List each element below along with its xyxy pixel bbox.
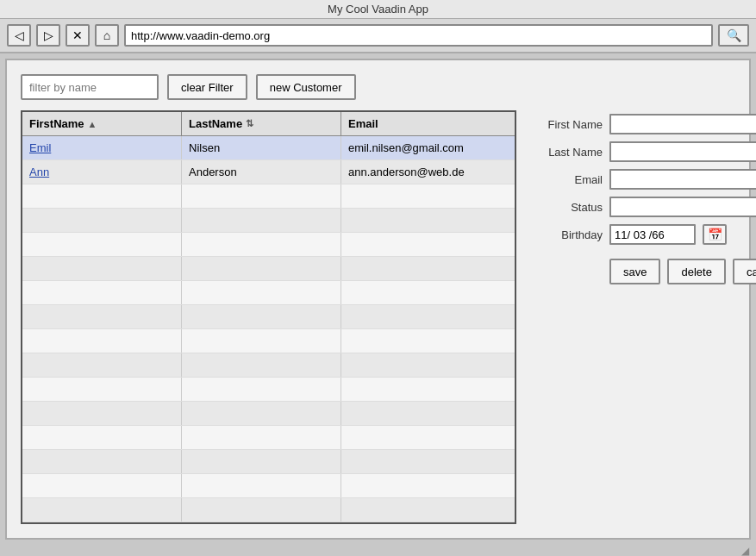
resize-icon: ◢ [741,545,749,556]
home-button[interactable]: ⌂ [95,24,119,47]
form-row-status: Status [534,197,756,217]
cell-firstname[interactable]: Emil [22,136,182,159]
table-row [22,281,515,305]
firstname-link[interactable]: Emil [29,141,51,154]
table-row [22,426,515,450]
filter-input[interactable] [21,74,159,100]
table-row[interactable]: Ann Anderson ann.anderson@web.de [22,160,515,184]
cancel-button[interactable]: cancel [733,259,756,284]
cell-email: ann.anderson@web.de [341,160,515,184]
email-field[interactable] [609,169,756,190]
stop-button[interactable]: ✕ [66,24,90,47]
birthday-label: Birthday [534,228,603,241]
table-row [22,450,515,474]
first-name-field[interactable] [609,114,756,134]
table-row [22,257,515,281]
col-lastname-label: LastName [189,117,242,130]
form-row-firstname: First Name [534,114,756,134]
table-row [22,353,515,378]
search-icon: 🔍 [727,28,741,42]
col-firstname-label: FirstName [29,117,84,130]
form-row-lastname: Last Name [534,141,756,162]
cell-lastname: Nilsen [182,136,341,159]
status-label: Status [534,201,603,214]
main-content: clear Filter new Customer FirstName ▲ La… [5,59,751,540]
calendar-button[interactable]: 📅 [703,224,727,245]
col-header-firstname[interactable]: FirstName ▲ [22,112,182,135]
form-buttons: save delete cancel [609,259,756,284]
delete-button[interactable]: delete [667,259,725,284]
form-row-email: Email [534,169,756,190]
table-row [22,209,515,233]
title-bar: My Cool Vaadin App [0,0,756,19]
status-bar: ◢ [0,545,756,556]
cell-email: emil.nilsen@gmail.com [341,136,515,159]
table-body: Emil Nilsen emil.nilsen@gmail.com Ann An… [22,136,515,522]
table-row [22,305,515,329]
table-row [22,402,515,426]
calendar-icon: 📅 [708,228,722,241]
table-row [22,498,515,522]
customer-table: FirstName ▲ LastName ⇅ Email Emil Nilse [21,110,516,524]
cell-firstname[interactable]: Ann [22,160,182,184]
toolbar: clear Filter new Customer [21,74,735,100]
table-row [22,233,515,257]
forward-icon: ▷ [44,28,53,42]
col-email-label: Email [348,117,378,130]
table-row[interactable]: Emil Nilsen emil.nilsen@gmail.com [22,136,515,160]
col-header-lastname[interactable]: LastName ⇅ [182,112,341,135]
customer-form: First Name Last Name Email Status Birthd… [534,110,756,524]
birthday-field[interactable] [609,224,696,245]
address-bar[interactable] [124,24,713,47]
home-icon: ⌂ [103,28,110,42]
email-label: Email [534,173,603,186]
cell-lastname: Anderson [182,160,341,184]
last-name-field[interactable] [609,141,756,162]
browser-search-button[interactable]: 🔍 [718,24,749,47]
table-row [22,378,515,402]
browser-chrome: ◁ ▷ ✕ ⌂ 🔍 [0,19,756,53]
table-row [22,329,515,353]
last-name-label: Last Name [534,146,603,159]
clear-filter-button[interactable]: clear Filter [167,74,247,100]
first-name-label: First Name [534,118,603,131]
content-area: FirstName ▲ LastName ⇅ Email Emil Nilse [21,110,735,524]
stop-icon: ✕ [72,28,83,42]
status-field[interactable] [609,197,756,217]
table-row [22,184,515,209]
window-title: My Cool Vaadin App [328,3,428,16]
forward-button[interactable]: ▷ [36,24,60,47]
col-header-email[interactable]: Email [341,112,515,135]
sort-arrow-firstname: ▲ [88,119,97,129]
save-button[interactable]: save [609,259,660,284]
table-header: FirstName ▲ LastName ⇅ Email [22,112,515,136]
back-icon: ◁ [15,28,24,42]
new-customer-button[interactable]: new Customer [256,74,356,100]
sort-arrow-lastname: ⇅ [246,118,253,129]
back-button[interactable]: ◁ [7,24,31,47]
form-row-birthday: Birthday 📅 [534,224,756,245]
table-row [22,474,515,498]
firstname-link[interactable]: Ann [29,166,49,178]
